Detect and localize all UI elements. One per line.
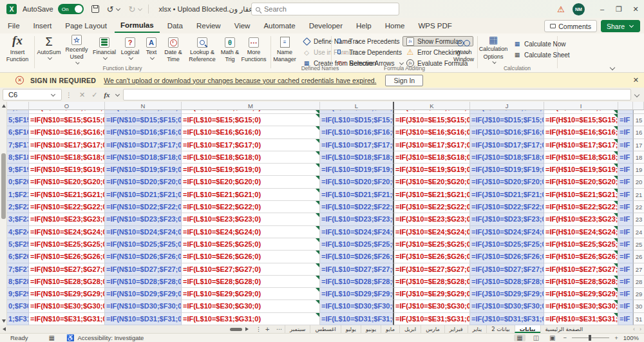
- cell-O23[interactable]: =IF(N$10=$E23;$G23;0): [29, 213, 105, 225]
- ribbon-tab-wps-pdf[interactable]: WPS PDF: [412, 19, 457, 32]
- sheet-tab-7[interactable]: فبراير: [444, 325, 468, 333]
- row-number-17[interactable]: 17: [633, 139, 644, 151]
- cell-K31[interactable]: =IF(J$10=$E31;$G31;0): [394, 313, 470, 325]
- cell-I19[interactable]: =IF(H$10=$E19;$G19;0): [544, 164, 618, 176]
- cell-N18[interactable]: =IF(N$10=$D18;$F18;0): [105, 151, 182, 164]
- column-header-J[interactable]: J: [470, 102, 544, 110]
- cell-O20[interactable]: =IF(N$10=$E20;$G20;0): [29, 176, 105, 188]
- cell-L15[interactable]: =IF(L$10=$D15;$F15;0): [320, 114, 394, 126]
- cell-I16[interactable]: =IF(H$10=$E16;$G16;0): [544, 126, 618, 138]
- calculate-sheet-button[interactable]: ▦ Calculate Sheet: [509, 50, 573, 60]
- undo-button[interactable]: ↺: [107, 5, 114, 14]
- row-number-28[interactable]: 28: [633, 276, 644, 288]
- macro-record-icon[interactable]: ▦: [48, 334, 54, 341]
- warning-message-link[interactable]: We can't upload or download your changes…: [104, 77, 376, 84]
- cell-O30[interactable]: =IF(N$10=$E30;$G30;0): [29, 300, 105, 312]
- trace-precedents-button[interactable]: Trace Precedents: [334, 36, 408, 46]
- cell-H21[interactable]: =IF: [618, 189, 633, 201]
- watch-window-button[interactable]: Watch Window: [451, 35, 477, 64]
- share-button[interactable]: Share: [601, 20, 640, 32]
- cell-J18[interactable]: =IF(J$10=$D18;$F18;0): [470, 151, 544, 164]
- hscroll-left-icon[interactable]: [3, 327, 6, 331]
- cell-J23[interactable]: =IF(J$10=$D23;$F23;0): [470, 213, 544, 225]
- cell-I24[interactable]: =IF(H$10=$E24;$G24;0): [544, 226, 618, 238]
- cell-M31[interactable]: =IF(L$10=$E31;$G31;0): [182, 313, 320, 325]
- row-number-31[interactable]: 31: [633, 313, 644, 325]
- sheet-tab-1[interactable]: اغسطس: [310, 325, 340, 333]
- sign-in-button[interactable]: Sign In: [385, 75, 423, 86]
- cell-N16[interactable]: =IF(N$10=$D16;$F16;0): [105, 126, 182, 138]
- cell-I17[interactable]: =IF(H$10=$E17;$G17;0): [544, 139, 618, 151]
- vertical-scrollbar-thumb[interactable]: [1, 153, 6, 219]
- cell-J27[interactable]: =IF(J$10=$D27;$F27;0): [470, 263, 544, 276]
- cell-P16[interactable]: 6;$F16: [7, 126, 29, 138]
- sheet-tab-8[interactable]: يناير: [468, 325, 487, 333]
- ribbon-tab-page-layout[interactable]: Page Layout: [59, 19, 113, 32]
- cell-K26[interactable]: =IF(J$10=$E26;$G26;0): [394, 251, 470, 263]
- hscroll-right-icon[interactable]: [245, 327, 249, 331]
- horizontal-scrollbar-thumb[interactable]: [230, 328, 242, 331]
- sheet-nav-next-icon[interactable]: ›: [639, 325, 641, 333]
- cell-P30[interactable]: 0;$F30: [7, 300, 29, 312]
- row-number-15[interactable]: 15: [633, 114, 644, 126]
- ribbon-tab-home[interactable]: Home: [379, 19, 411, 32]
- cell-O18[interactable]: =IF(N$10=$E18;$G18;0): [29, 151, 105, 164]
- cell-N20[interactable]: =IF(N$10=$D20;$F20;0): [105, 176, 182, 188]
- row-number-23[interactable]: 23: [633, 213, 644, 225]
- ribbon-tab-automate[interactable]: Automate: [258, 19, 301, 32]
- cell-M18[interactable]: =IF(L$10=$E18;$G18;0): [182, 151, 320, 164]
- cell-P27[interactable]: 7;$F27: [7, 263, 29, 276]
- ribbon-tab-data[interactable]: Data: [162, 19, 189, 32]
- cell-P20[interactable]: 0;$F20: [7, 176, 29, 188]
- sheet-nav-prev-icon[interactable]: ‹: [633, 325, 635, 333]
- cell-P24[interactable]: 4;$F24: [7, 226, 29, 238]
- cell-M24[interactable]: =IF(L$10=$E24;$G24;0): [182, 226, 320, 238]
- cell-M26[interactable]: =IF(L$10=$E26;$G26;0): [182, 251, 320, 263]
- cell-M28[interactable]: =IF(L$10=$E28;$G28;0): [182, 276, 320, 288]
- cell-M22[interactable]: =IF(L$10=$E22;$G22;0): [182, 201, 320, 213]
- insert-function-button[interactable]: fx Insert Function: [3, 35, 32, 64]
- cell-L17[interactable]: =IF(L$10=$D17;$F17;0): [320, 139, 394, 151]
- cell-H18[interactable]: =IF: [618, 151, 633, 164]
- cell-H17[interactable]: =IF: [618, 139, 633, 151]
- cell-M27[interactable]: =IF(L$10=$E27;$G27;0): [182, 263, 320, 276]
- column-header[interactable]: [7, 102, 29, 110]
- cell-N17[interactable]: =IF(N$10=$D17;$F17;0): [105, 139, 182, 151]
- ribbon-tab-developer[interactable]: Developer: [303, 19, 348, 32]
- cell-O19[interactable]: =IF(N$10=$E19;$G19;0): [29, 164, 105, 176]
- tab-splitter-icon[interactable]: ⋮: [256, 325, 261, 333]
- cell-K16[interactable]: =IF(J$10=$E16;$G16;0): [394, 126, 470, 138]
- cell-H29[interactable]: =IF: [618, 288, 633, 300]
- cell-I20[interactable]: =IF(H$10=$E20;$G20;0): [544, 176, 618, 188]
- cell-L16[interactable]: =IF(L$10=$D16;$F16;0): [320, 126, 394, 138]
- row-number-25[interactable]: 25: [633, 238, 644, 251]
- cell-I15[interactable]: =IF(H$10=$E15;$G15;0): [544, 114, 618, 126]
- cell-J31[interactable]: =IF(J$10=$D31;$F31;0): [470, 313, 544, 325]
- name-box[interactable]: C6: [3, 89, 62, 100]
- cell-K30[interactable]: =IF(J$10=$E30;$G30;0): [394, 300, 470, 312]
- row-number-22[interactable]: 22: [633, 201, 644, 213]
- cell-M17[interactable]: =IF(L$10=$E17;$G17;0): [182, 139, 320, 151]
- cell-P29[interactable]: 9;$F29: [7, 288, 29, 300]
- ribbon-tab-help[interactable]: Help: [350, 19, 377, 32]
- ribbon-tab-insert[interactable]: Insert: [28, 19, 58, 32]
- cell-J30[interactable]: =IF(J$10=$D30;$F30;0): [470, 300, 544, 312]
- cell-O24[interactable]: =IF(N$10=$E24;$G24;0): [29, 226, 105, 238]
- cell-I31[interactable]: =IF(H$10=$E31;$G31;0): [544, 313, 618, 325]
- cell-N23[interactable]: =IF(N$10=$D23;$F23;0): [105, 213, 182, 225]
- sheet-tab-3[interactable]: يونيو: [361, 325, 381, 333]
- close-button[interactable]: ✕: [627, 0, 644, 18]
- search-input[interactable]: [264, 5, 386, 13]
- avatar[interactable]: NM: [573, 3, 585, 15]
- ribbon-tab-formulas[interactable]: Formulas: [115, 19, 160, 33]
- row-number-26[interactable]: 26: [633, 251, 644, 263]
- column-header-L[interactable]: L: [320, 102, 394, 110]
- cell-P25[interactable]: 5;$F25: [7, 238, 29, 251]
- calculate-now-button[interactable]: ▦ Calculate Now: [509, 39, 573, 49]
- cell-L22[interactable]: =IF(L$10=$D22;$F22;0): [320, 201, 394, 213]
- page-layout-view-button[interactable]: ◫: [531, 334, 542, 341]
- column-header-O[interactable]: O: [29, 102, 105, 110]
- sheet-tab-10[interactable]: بيانات: [515, 325, 540, 333]
- expand-formula-bar-icon[interactable]: [634, 92, 639, 97]
- cell-M16[interactable]: =IF(L$10=$E16;$G16;0): [182, 126, 320, 138]
